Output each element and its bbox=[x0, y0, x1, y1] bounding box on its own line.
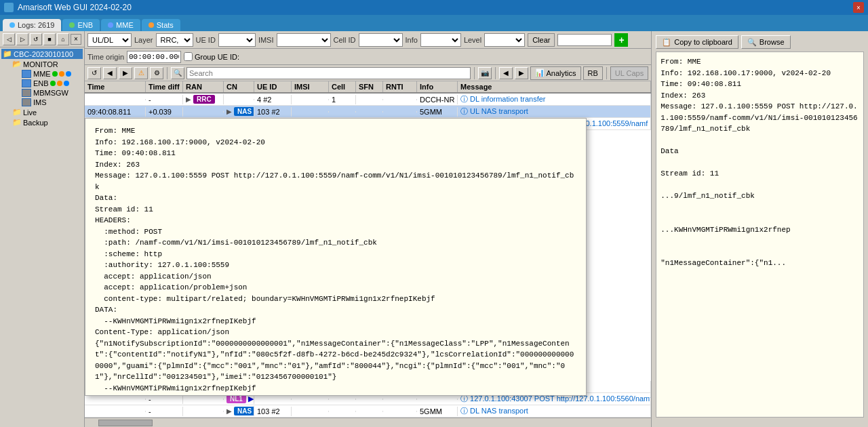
th-imsi: IMSI bbox=[292, 81, 329, 92]
sidebar-item-enb[interactable]: ENB bbox=[1, 79, 83, 88]
th-message: Message bbox=[458, 81, 651, 92]
td-time bbox=[85, 99, 146, 100]
td-cell bbox=[329, 399, 356, 400]
hscroll-thumb[interactable] bbox=[98, 420, 153, 426]
prev-button[interactable]: ◀ bbox=[103, 67, 117, 79]
td-info: 5GMM bbox=[417, 407, 458, 416]
sidebar-item-backup[interactable]: 📁 Backup bbox=[1, 117, 83, 127]
sidebar-item-ims-label: IMS bbox=[33, 98, 47, 106]
status-dot-orange-enb bbox=[57, 81, 62, 86]
settings-button[interactable]: ⚙ bbox=[150, 67, 163, 79]
tab-stats-dot bbox=[149, 22, 154, 28]
clear-button[interactable]: Clear bbox=[528, 33, 555, 47]
cellid-select[interactable] bbox=[359, 33, 403, 47]
ueid-select[interactable] bbox=[218, 33, 256, 47]
imsi-select[interactable] bbox=[277, 33, 331, 47]
close-button[interactable]: × bbox=[853, 2, 864, 13]
level-select[interactable] bbox=[484, 33, 525, 47]
tab-enb[interactable]: ENB bbox=[62, 19, 100, 31]
td-message: ⓘ UL NAS transport bbox=[458, 106, 651, 117]
td-ueid: 103 #2 bbox=[254, 407, 292, 416]
imsi-label: IMSI bbox=[258, 36, 274, 44]
add-button[interactable]: + bbox=[614, 33, 628, 47]
service-icon-enb bbox=[22, 79, 31, 87]
sidebar-item-mbsgw[interactable]: MBMSGW bbox=[1, 88, 83, 98]
td-sfn bbox=[356, 399, 383, 400]
search-input[interactable] bbox=[186, 67, 471, 79]
info-select[interactable] bbox=[420, 33, 461, 47]
table-row[interactable]: 09:40:08.811 +0.039 ▶ NAS 103 #2 5GMM ⓘ … bbox=[85, 106, 651, 118]
sidebar-close-button[interactable]: × bbox=[71, 34, 81, 45]
td-info: 5GMM bbox=[417, 107, 458, 117]
sidebar-item-cbc[interactable]: 📁 CBC-2023010100 bbox=[1, 49, 83, 59]
hscroll[interactable] bbox=[85, 418, 651, 427]
ran-badge-rrc: RRC bbox=[193, 95, 215, 104]
next-button[interactable]: ▶ bbox=[119, 67, 132, 79]
tab-logs[interactable]: Logs: 2619 bbox=[3, 19, 61, 31]
layer-select[interactable]: RRC,NASPDCP bbox=[156, 33, 193, 47]
sidebar-item-live[interactable]: 📁 Live bbox=[1, 107, 83, 117]
direction-select[interactable]: UL/DLULDL bbox=[87, 33, 132, 47]
status-dot-green-enb bbox=[50, 81, 56, 86]
td-ran: ▶ RRC bbox=[183, 94, 224, 104]
time-origin-input[interactable] bbox=[127, 51, 181, 63]
tab-stats-label: Stats bbox=[157, 21, 174, 29]
group-ueid-checkbox[interactable] bbox=[184, 52, 193, 61]
level-label: Level bbox=[464, 36, 481, 44]
table-header: Time Time diff RAN CN UE ID IMSI Cell SF… bbox=[85, 81, 651, 94]
td-sfn bbox=[356, 111, 383, 113]
rb-button[interactable]: RB bbox=[583, 66, 603, 80]
td-timediff: +0.039 bbox=[146, 107, 183, 117]
sidebar-toolbar: ◁ ▷ ↺ ■ ⌂ × bbox=[0, 31, 84, 47]
sidebar-item-mme[interactable]: MME bbox=[1, 69, 83, 79]
camera-button[interactable]: 📷 bbox=[478, 67, 492, 79]
copy-to-clipboard-button[interactable]: 📋 Copy to clipboard bbox=[656, 35, 738, 49]
detail-content: From: MME Info: 192.168.100.17:9000, v20… bbox=[95, 125, 576, 396]
tab-logs-label: Logs: 2619 bbox=[18, 21, 54, 29]
ul-caps-button[interactable]: UL Caps bbox=[610, 66, 648, 80]
tab-stats[interactable]: Stats bbox=[142, 19, 180, 31]
group-ueid-label: Group UE ID: bbox=[184, 52, 239, 61]
sidebar-stop-button[interactable]: ■ bbox=[43, 33, 56, 45]
arrow-left-button[interactable]: ◀ bbox=[499, 67, 513, 79]
arrow-right-button[interactable]: ▶ bbox=[515, 67, 528, 79]
ueid-label: UE ID bbox=[196, 36, 216, 44]
cn-badge-nas2: NAS bbox=[234, 407, 254, 415]
folder-icon-monitor: 📂 bbox=[12, 60, 22, 68]
table-row[interactable]: - ▶ NAS 103 #2 5GMM ⓘ DL NAS transport bbox=[85, 405, 651, 418]
td-ran bbox=[183, 411, 224, 412]
sidebar-item-monitor[interactable]: 📂 MONITOR bbox=[1, 59, 83, 69]
td-message: ⓘ DL information transfer bbox=[458, 94, 651, 105]
tab-enb-dot bbox=[69, 22, 75, 28]
tab-mme-label: MME bbox=[116, 21, 134, 29]
analytics-button[interactable]: 📊 Analytics bbox=[530, 66, 581, 80]
sidebar-home-button[interactable]: ⌂ bbox=[57, 33, 69, 45]
warn-button[interactable]: ⚠ bbox=[134, 67, 148, 79]
sidebar-item-ims[interactable]: IMS bbox=[1, 98, 83, 107]
sidebar-refresh-button[interactable]: ↺ bbox=[30, 33, 42, 45]
main-layout: ◁ ▷ ↺ ■ ⌂ × 📁 CBC-2023010100 📂 MONITOR M… bbox=[0, 31, 868, 427]
td-info: DCCH-NR bbox=[417, 95, 458, 104]
td-time: 09:40:08.811 bbox=[85, 107, 146, 117]
th-cell: Cell bbox=[329, 81, 356, 92]
sidebar-back-button[interactable]: ◁ bbox=[3, 33, 15, 45]
clear-input[interactable] bbox=[557, 34, 612, 46]
td-sfn bbox=[356, 99, 383, 100]
sidebar-forward-button[interactable]: ▷ bbox=[16, 33, 28, 45]
analytics-label: Analytics bbox=[547, 69, 576, 77]
search-icon: 🔍 bbox=[171, 67, 184, 79]
td-ueid: 103 #2 bbox=[254, 107, 292, 117]
table-row[interactable]: - ▶ RRC 4 #2 1 DCCH-NR ⓘ DL information … bbox=[85, 94, 651, 106]
th-rnti: RNTI bbox=[383, 81, 417, 92]
ran-arrow: ▶ bbox=[186, 96, 191, 103]
td-cell: 1 bbox=[329, 95, 356, 104]
browse-button[interactable]: 🔍 Browse bbox=[741, 35, 791, 49]
toolbar2: Time origin Group UE ID: bbox=[85, 49, 651, 65]
info-panel: 📋 Copy to clipboard 🔍 Browse From: MME I… bbox=[651, 31, 868, 427]
browse-btn-label: Browse bbox=[760, 38, 785, 46]
td-rnti bbox=[383, 111, 417, 113]
tab-mme[interactable]: MME bbox=[101, 19, 140, 31]
info-label: Info bbox=[406, 36, 418, 44]
td-imsi bbox=[292, 111, 329, 113]
refresh-button[interactable]: ↺ bbox=[87, 67, 101, 79]
